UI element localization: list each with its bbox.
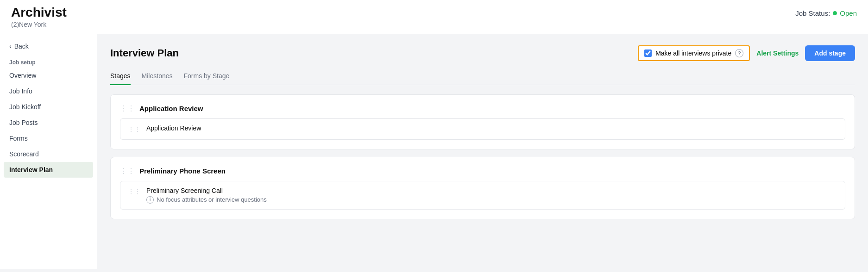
sidebar: ‹ Back Job setup Overview Job Info Job K… <box>0 34 97 269</box>
stage-header-preliminary-phone-screen: ⋮⋮ Preliminary Phone Screen <box>120 167 845 175</box>
sidebar-item-job-posts[interactable]: Job Posts <box>0 115 97 130</box>
interview-drag-handle-icon[interactable]: ⋮⋮ <box>128 188 141 195</box>
interview-item: ⋮⋮ Preliminary Screening Call i No focus… <box>120 181 845 210</box>
interview-content: Application Review <box>146 124 837 134</box>
top-header: Archivist (2)New York Job Status: Open <box>0 0 868 34</box>
header-actions: Make all interviews private ? Alert Sett… <box>638 45 855 61</box>
sidebar-item-label: Interview Plan <box>9 166 53 173</box>
interview-content: Preliminary Screening Call i No focus at… <box>146 187 837 204</box>
tabs: Stages Milestones Forms by Stage <box>110 68 855 85</box>
stage-content-preliminary-phone-screen: ⋮⋮ Preliminary Screening Call i No focus… <box>120 181 845 210</box>
stage-name: Preliminary Phone Screen <box>139 167 226 175</box>
tab-stages[interactable]: Stages <box>110 68 131 85</box>
add-stage-button[interactable]: Add stage <box>805 45 855 61</box>
sidebar-item-forms[interactable]: Forms <box>0 130 97 146</box>
alert-settings-button[interactable]: Alert Settings <box>756 49 799 57</box>
sidebar-item-job-info[interactable]: Job Info <box>0 83 97 99</box>
back-label: Back <box>14 43 29 50</box>
make-private-label: Make all interviews private <box>655 49 731 57</box>
app-subtitle: (2)New York <box>11 21 67 28</box>
stage-drag-handle-icon[interactable]: ⋮⋮ <box>120 104 135 113</box>
job-status-value: Open <box>840 9 857 17</box>
sidebar-item-overview[interactable]: Overview <box>0 68 97 83</box>
page-title: Interview Plan <box>110 47 179 59</box>
back-button[interactable]: ‹ Back <box>0 39 97 54</box>
sidebar-item-scorecard[interactable]: Scorecard <box>0 146 97 162</box>
sidebar-item-label: Overview <box>9 72 36 79</box>
stage-content-application-review: ⋮⋮ Application Review <box>120 118 845 140</box>
info-icon: i <box>146 196 154 204</box>
help-icon[interactable]: ? <box>735 49 743 57</box>
make-private-checkbox[interactable] <box>644 49 652 57</box>
sidebar-item-interview-plan[interactable]: Interview Plan <box>4 162 93 178</box>
sidebar-item-label: Job Info <box>9 87 32 95</box>
job-status-label: Job Status: <box>795 9 830 17</box>
job-status: Job Status: Open <box>795 9 857 17</box>
interview-drag-handle-icon[interactable]: ⋮⋮ <box>128 125 141 133</box>
back-chevron-icon: ‹ <box>9 43 12 50</box>
status-dot-icon <box>833 11 837 15</box>
stage-name: Application Review <box>139 105 203 112</box>
sidebar-item-label: Forms <box>9 135 28 142</box>
app-title: Archivist <box>11 6 67 20</box>
page-header: Interview Plan Make all interviews priva… <box>110 45 855 61</box>
stage-header-application-review: ⋮⋮ Application Review <box>120 104 845 113</box>
stage-drag-handle-icon[interactable]: ⋮⋮ <box>120 167 135 175</box>
content-area: Interview Plan Make all interviews priva… <box>97 34 868 269</box>
sidebar-item-label: Job Kickoff <box>9 103 41 111</box>
sidebar-item-label: Scorecard <box>9 150 39 158</box>
interview-name: Application Review <box>146 124 837 132</box>
interview-item: ⋮⋮ Application Review <box>120 118 845 140</box>
tab-milestones[interactable]: Milestones <box>142 68 173 85</box>
tab-forms-by-stage[interactable]: Forms by Stage <box>184 68 230 85</box>
sidebar-item-label: Job Posts <box>9 119 38 126</box>
warning-text: No focus attributes or interview questio… <box>157 196 267 203</box>
interview-warning: i No focus attributes or interview quest… <box>146 196 837 204</box>
interview-name: Preliminary Screening Call <box>146 187 837 194</box>
stage-application-review: ⋮⋮ Application Review ⋮⋮ Application Rev… <box>110 94 855 149</box>
make-private-container: Make all interviews private ? <box>638 45 750 61</box>
sidebar-item-job-kickoff[interactable]: Job Kickoff <box>0 99 97 115</box>
stage-preliminary-phone-screen: ⋮⋮ Preliminary Phone Screen ⋮⋮ Prelimina… <box>110 157 855 219</box>
sidebar-section-label: Job setup <box>0 56 97 68</box>
header-left: Archivist (2)New York <box>11 6 67 28</box>
main-layout: ‹ Back Job setup Overview Job Info Job K… <box>0 34 868 269</box>
